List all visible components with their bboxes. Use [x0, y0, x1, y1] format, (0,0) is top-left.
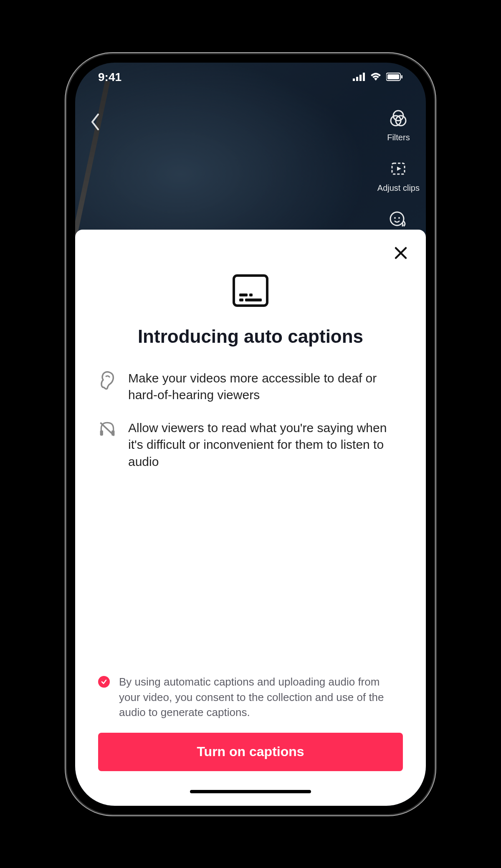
home-indicator[interactable] — [190, 790, 311, 793]
benefit-accessibility: Make your videos more accessible to deaf… — [98, 370, 403, 404]
auto-captions-sheet: Introducing auto captions Make your vide… — [75, 230, 426, 806]
svg-rect-18 — [245, 299, 262, 301]
svg-rect-6 — [401, 75, 402, 78]
benefit-accessibility-text: Make your videos more accessible to deaf… — [128, 370, 403, 404]
cellular-icon — [353, 71, 365, 84]
consent-checkbox[interactable] — [98, 676, 110, 688]
editor-tools: Filters Adjust clips — [377, 109, 420, 232]
filters-tool[interactable]: Filters — [387, 109, 410, 142]
benefit-mute-text: Allow viewers to read what you're saying… — [128, 420, 403, 471]
adjust-clips-icon — [389, 159, 408, 180]
close-icon — [393, 245, 408, 261]
close-button[interactable] — [393, 245, 408, 262]
svg-rect-3 — [363, 73, 365, 81]
svg-rect-19 — [100, 430, 103, 435]
svg-rect-5 — [387, 74, 399, 79]
benefit-mute: Allow viewers to read what you're saying… — [98, 420, 403, 471]
svg-rect-16 — [249, 294, 253, 296]
ear-icon — [98, 370, 116, 390]
screen: 9:41 Filters — [75, 63, 426, 806]
filters-icon — [389, 109, 408, 129]
consent-text: By using automatic captions and uploadin… — [119, 674, 403, 720]
adjust-clips-tool[interactable]: Adjust clips — [377, 159, 420, 193]
voice-effects-icon — [388, 210, 409, 232]
phone-frame: 9:41 Filters — [67, 54, 434, 814]
consent-row: By using automatic captions and uploadin… — [98, 674, 403, 720]
sheet-title: Introducing auto captions — [98, 326, 403, 347]
wifi-icon — [369, 71, 382, 84]
back-button[interactable] — [90, 113, 101, 133]
svg-point-12 — [394, 217, 396, 219]
status-icons — [353, 71, 403, 84]
svg-rect-15 — [239, 294, 248, 296]
voice-effects-tool[interactable] — [388, 210, 409, 232]
status-bar: 9:41 — [75, 63, 426, 92]
battery-icon — [386, 71, 403, 84]
svg-rect-1 — [356, 77, 358, 81]
chevron-left-icon — [90, 113, 101, 131]
filters-label: Filters — [387, 133, 410, 142]
svg-point-13 — [398, 217, 400, 219]
captions-hero-icon — [232, 273, 269, 309]
adjust-clips-label: Adjust clips — [377, 183, 420, 193]
headphones-off-icon — [98, 420, 116, 438]
turn-on-captions-button[interactable]: Turn on captions — [98, 733, 403, 771]
status-time: 9:41 — [98, 71, 121, 84]
svg-rect-17 — [239, 299, 243, 301]
svg-rect-2 — [359, 75, 362, 81]
check-icon — [101, 678, 107, 685]
svg-rect-0 — [353, 78, 355, 81]
